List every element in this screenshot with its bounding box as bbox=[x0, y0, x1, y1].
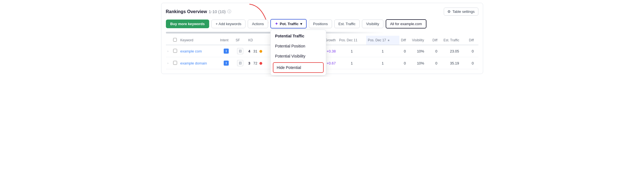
row-checkbox-1[interactable] bbox=[171, 45, 179, 57]
visibility-cell-1: 10% bbox=[410, 45, 431, 57]
pos-dec11-cell-1: 1 bbox=[337, 45, 366, 57]
row-expand-1[interactable]: › bbox=[166, 45, 171, 57]
row-expand-2[interactable]: › bbox=[166, 57, 171, 69]
table-settings-label: Table settings bbox=[452, 9, 475, 14]
col-keyword: Keyword bbox=[179, 36, 219, 45]
col-diff2: Diff bbox=[431, 36, 442, 45]
intent-cell-1: I bbox=[218, 45, 234, 57]
sf-icon-1: 🖼 bbox=[237, 48, 243, 54]
keyword-link-1[interactable]: example com bbox=[180, 49, 202, 53]
est-traffic-cell-2: 35.19 bbox=[442, 57, 467, 69]
col-sf: SF bbox=[234, 36, 247, 45]
kd-val-1: 31 bbox=[253, 49, 257, 53]
pot-traffic-dropdown-container: ✦ Pot. Traffic ▾ Potential Traffic Poten… bbox=[270, 19, 307, 28]
col-visibility: Visibility bbox=[410, 36, 431, 45]
keyword-cell-2: example domain bbox=[179, 57, 219, 69]
positions-button[interactable]: Positions bbox=[309, 20, 332, 28]
col-checkbox bbox=[171, 36, 179, 45]
diff3-cell-1: 0 bbox=[467, 45, 478, 57]
buy-keywords-button[interactable]: Buy more keywords bbox=[166, 20, 209, 28]
est-traffic-cell-1: 23.05 bbox=[442, 45, 467, 57]
kd-num-1: 4 bbox=[248, 49, 250, 53]
pot-traffic-dropdown-menu: Potential Traffic Potential Position Pot… bbox=[270, 30, 326, 75]
kd-dot-1 bbox=[259, 50, 262, 53]
diff1-cell-1: 0 bbox=[399, 45, 411, 57]
col-expand bbox=[166, 36, 171, 45]
keyword-link-2[interactable]: example domain bbox=[180, 61, 207, 65]
select-all-checkbox[interactable] bbox=[173, 38, 177, 42]
pos-dec11-cell-2: 1 bbox=[337, 57, 366, 69]
visibility-cell-2: 10% bbox=[410, 57, 431, 69]
sort-icon: ≡ bbox=[388, 39, 390, 42]
dropdown-item-potential-position[interactable]: Potential Position bbox=[271, 41, 326, 51]
intent-badge-1: I bbox=[224, 49, 229, 54]
pos-dec17-cell-2: 1 bbox=[366, 57, 399, 69]
page-title: Rankings Overview bbox=[166, 9, 207, 14]
info-icon[interactable]: ⓘ bbox=[227, 9, 231, 14]
dropdown-item-hide-potential[interactable]: Hide Potential bbox=[273, 62, 324, 73]
intent-cell-2: I bbox=[218, 57, 234, 69]
kd-dot-2 bbox=[259, 62, 262, 65]
pos-dec17-cell-1: 1 bbox=[366, 45, 399, 57]
gear-icon: ⚙ bbox=[447, 9, 451, 14]
col-pos-dec17-label: Pos. Dec 17 bbox=[368, 38, 386, 42]
pot-traffic-label: Pot. Traffic bbox=[280, 22, 299, 26]
row-1-checkbox[interactable] bbox=[173, 49, 177, 53]
kd-cell-2: 3 72 bbox=[247, 57, 270, 69]
pot-growth-val-2: +0.67 bbox=[326, 61, 336, 65]
diff2-cell-1: 0 bbox=[431, 45, 442, 57]
diff3-cell-2: 0 bbox=[467, 57, 478, 69]
col-kd: KD bbox=[247, 36, 270, 45]
dropdown-item-potential-visibility[interactable]: Potential Visibility bbox=[271, 51, 326, 61]
sf-cell-1: 🖼 bbox=[234, 45, 247, 57]
add-keywords-button[interactable]: + Add keywords bbox=[211, 20, 245, 28]
diff2-cell-2: 0 bbox=[431, 57, 442, 69]
col-diff1: Diff bbox=[399, 36, 411, 45]
spark-icon: ✦ bbox=[275, 21, 278, 26]
row-checkbox-2[interactable] bbox=[171, 57, 179, 69]
dropdown-item-potential-traffic[interactable]: Potential Traffic bbox=[271, 31, 326, 41]
intent-badge-2: I bbox=[224, 61, 229, 66]
sf-icon-2: 🖼 bbox=[237, 60, 243, 66]
est-traffic-button[interactable]: Est. Traffic bbox=[334, 20, 360, 28]
diff1-cell-2: 0 bbox=[399, 57, 411, 69]
col-pos-dec11: Pos. Dec 11 bbox=[337, 36, 366, 45]
keyword-cell-1: example com bbox=[179, 45, 219, 57]
pot-traffic-button[interactable]: ✦ Pot. Traffic ▾ bbox=[270, 19, 307, 28]
table-settings-button[interactable]: ⚙ Table settings bbox=[444, 8, 478, 16]
kd-cell-1: 4 31 bbox=[247, 45, 270, 57]
domain-button[interactable]: All for example.com bbox=[386, 19, 426, 28]
pot-growth-val-1: +0.38 bbox=[326, 49, 336, 53]
page-range: 1-10 (10) bbox=[209, 9, 226, 14]
col-pos-dec17[interactable]: Pos. Dec 17 ≡ bbox=[366, 36, 399, 45]
chevron-down-icon: ▾ bbox=[300, 22, 302, 26]
col-est-traffic: Est. Traffic bbox=[442, 36, 467, 45]
col-intent: Intent bbox=[218, 36, 234, 45]
col-diff3: Diff bbox=[467, 36, 478, 45]
visibility-button[interactable]: Visibility bbox=[362, 20, 383, 28]
kd-val-2: 72 bbox=[253, 61, 257, 65]
row-2-checkbox[interactable] bbox=[173, 61, 177, 65]
kd-num-2: 3 bbox=[248, 61, 250, 65]
actions-button[interactable]: Actions bbox=[248, 20, 268, 28]
sf-cell-2: 🖼 bbox=[234, 57, 247, 69]
